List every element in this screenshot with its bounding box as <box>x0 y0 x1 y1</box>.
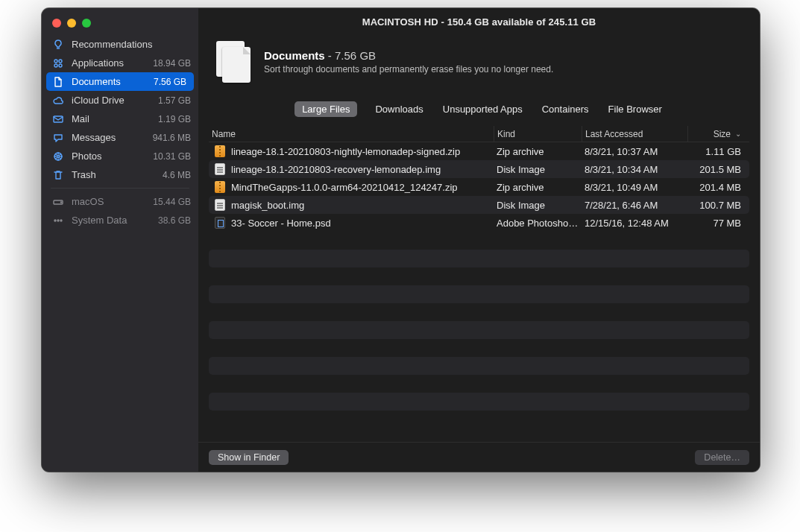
msg-icon <box>52 132 64 144</box>
sidebar-item-value: 1.19 GB <box>158 114 191 124</box>
column-kind[interactable]: Kind <box>494 126 582 142</box>
empty-row <box>209 357 749 375</box>
photos-icon <box>52 151 64 162</box>
apps-icon <box>52 57 64 69</box>
sidebar-item-label: macOS <box>72 196 145 207</box>
trash-icon <box>52 169 64 181</box>
file-last-accessed: 12/15/16, 12:48 AM <box>582 218 687 229</box>
file-kind: Zip archive <box>494 146 582 157</box>
file-size: 100.7 MB <box>687 200 749 211</box>
footer-bar: Show in Finder Delete… <box>198 442 760 472</box>
sidebar: RecommendationsApplications18.94 GBDocum… <box>42 8 198 472</box>
svg-point-0 <box>54 60 57 63</box>
sidebar-item-label: Recommendations <box>72 39 183 50</box>
sidebar-separator <box>51 188 189 189</box>
svg-point-1 <box>59 60 62 63</box>
tab-downloads[interactable]: Downloads <box>374 102 424 116</box>
file-name: lineage-18.1-20210803-nightly-lemonadep-… <box>231 146 460 157</box>
file-last-accessed: 8/3/21, 10:37 AM <box>582 146 687 157</box>
table-header: Name Kind Last Accessed Size ⌄ <box>209 126 749 142</box>
sidebar-item-label: Trash <box>72 169 155 180</box>
delete-button[interactable]: Delete… <box>695 450 749 465</box>
sidebar-item-recommendations[interactable]: Recommendations <box>42 35 198 54</box>
sidebar-item-icloud-drive[interactable]: iCloud Drive1.57 GB <box>42 91 198 110</box>
empty-row <box>209 285 749 303</box>
table-row[interactable]: magisk_boot.imgDisk Image7/28/21, 6:46 A… <box>209 196 749 214</box>
file-kind: Disk Image <box>494 200 582 211</box>
psd-file-icon <box>215 217 225 229</box>
sidebar-item-applications[interactable]: Applications18.94 GB <box>42 54 198 72</box>
sidebar-item-photos[interactable]: Photos10.31 GB <box>42 147 198 165</box>
file-last-accessed: 8/3/21, 10:34 AM <box>582 164 687 175</box>
sidebar-item-value: 7.56 GB <box>154 77 186 87</box>
file-size: 77 MB <box>687 218 749 229</box>
sidebar-item-label: iCloud Drive <box>72 95 151 106</box>
show-in-finder-button[interactable]: Show in Finder <box>209 450 289 465</box>
sidebar-item-system-data[interactable]: System Data38.6 GB <box>42 211 198 229</box>
file-kind: Adobe Photosho… <box>494 218 582 229</box>
sidebar-item-mail[interactable]: Mail1.19 GB <box>42 110 198 128</box>
sidebar-item-messages[interactable]: Messages941.6 MB <box>42 128 198 147</box>
close-window-button[interactable] <box>52 19 61 28</box>
column-size[interactable]: Size ⌄ <box>687 126 749 142</box>
tab-containers[interactable]: Containers <box>541 102 590 116</box>
tab-large-files[interactable]: Large Files <box>295 101 357 117</box>
dots-icon <box>52 215 64 227</box>
sidebar-item-value: 18.94 GB <box>153 58 191 69</box>
svg-point-10 <box>57 220 59 221</box>
img-file-icon <box>215 199 225 211</box>
table-row[interactable]: 33- Soccer - Home.psdAdobe Photosho…12/1… <box>209 214 749 232</box>
sidebar-item-label: Mail <box>72 113 151 124</box>
tab-unsupported-apps[interactable]: Unsupported Apps <box>441 102 524 116</box>
disk-icon <box>52 196 64 208</box>
table-row[interactable]: MindTheGapps-11.0.0-arm64-20210412_12424… <box>209 178 749 196</box>
file-name: MindTheGapps-11.0.0-arm64-20210412_12424… <box>231 182 458 193</box>
sidebar-item-label: System Data <box>72 215 151 226</box>
sidebar-item-value: 4.6 MB <box>163 170 191 180</box>
section-subtitle: Sort through documents and permanently e… <box>264 64 553 75</box>
window-title: MACINTOSH HD - 150.4 GB available of 245… <box>198 8 760 35</box>
column-last-accessed[interactable]: Last Accessed <box>582 126 687 142</box>
doc-icon <box>52 76 64 88</box>
sidebar-item-value: 38.6 GB <box>158 215 191 226</box>
svg-point-9 <box>54 220 56 221</box>
minimize-window-button[interactable] <box>67 19 76 28</box>
file-last-accessed: 8/3/21, 10:49 AM <box>582 182 687 193</box>
file-table: Name Kind Last Accessed Size ⌄ lineage-1… <box>209 126 749 411</box>
fullscreen-window-button[interactable] <box>82 19 91 28</box>
table-row[interactable]: lineage-18.1-20210803-nightly-lemonadep-… <box>209 142 749 160</box>
column-size-label: Size <box>714 129 731 139</box>
sidebar-item-value: 941.6 MB <box>153 133 191 143</box>
column-name[interactable]: Name <box>209 126 494 142</box>
svg-point-2 <box>54 64 57 67</box>
sort-descending-icon: ⌄ <box>735 130 741 138</box>
empty-row <box>209 321 749 339</box>
img-file-icon <box>215 163 225 175</box>
empty-row <box>209 250 749 267</box>
cloud-icon <box>52 95 64 107</box>
section-title: Documents <box>264 49 325 62</box>
sidebar-item-label: Photos <box>72 151 145 162</box>
sidebar-item-value: 1.57 GB <box>158 95 191 106</box>
mail-icon <box>52 113 64 125</box>
storage-management-window: RecommendationsApplications18.94 GBDocum… <box>42 8 760 472</box>
sidebar-item-macos[interactable]: macOS15.44 GB <box>42 192 198 211</box>
file-name: magisk_boot.img <box>231 200 304 211</box>
section-size: - 7.56 GB <box>325 49 376 62</box>
documents-stack-icon <box>216 41 252 83</box>
sidebar-item-trash[interactable]: Trash4.6 MB <box>42 165 198 184</box>
sidebar-item-documents[interactable]: Documents7.56 GB <box>46 72 194 91</box>
file-size: 201.4 MB <box>687 182 749 193</box>
sidebar-item-value: 15.44 GB <box>153 197 191 207</box>
file-name: 33- Soccer - Home.psd <box>231 218 331 229</box>
table-row[interactable]: lineage-18.1-20210803-recovery-lemonadep… <box>209 160 749 178</box>
empty-row <box>209 393 749 411</box>
file-last-accessed: 7/28/21, 6:46 AM <box>582 200 687 211</box>
section-header: Documents - 7.56 GB Sort through documen… <box>198 35 760 96</box>
svg-point-8 <box>60 201 61 202</box>
tab-bar: Large FilesDownloadsUnsupported AppsCont… <box>198 96 760 121</box>
sidebar-item-label: Applications <box>72 57 145 69</box>
file-size: 201.5 MB <box>687 164 749 175</box>
tab-file-browser[interactable]: File Browser <box>607 102 664 116</box>
svg-rect-4 <box>54 116 63 122</box>
